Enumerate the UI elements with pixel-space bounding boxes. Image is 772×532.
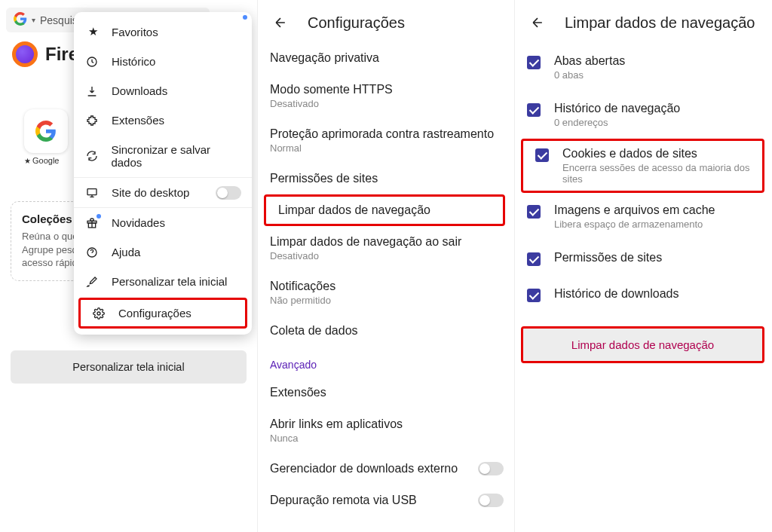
row-sub: 0 abas <box>554 69 625 81</box>
menu-item-extensions[interactable]: Extensões <box>74 105 252 135</box>
settings-item-data-collection[interactable]: Coleta de dados <box>258 315 514 347</box>
desktop-site-toggle[interactable] <box>216 186 241 200</box>
checkbox-downloads[interactable] <box>527 289 541 302</box>
row-label: Permissões de sites <box>554 251 662 264</box>
menu-label: Downloads <box>112 84 167 97</box>
back-button[interactable] <box>527 14 548 32</box>
main-menu-popup: ★ Favoritos Histórico Downloads Extensõe… <box>74 12 252 335</box>
settings-item-https[interactable]: Modo somente HTTPS Desativado <box>258 74 514 118</box>
external-dl-toggle[interactable] <box>478 462 504 475</box>
clear-data-header: Limpar dados de navegação <box>515 0 772 39</box>
settings-item-open-links[interactable]: Abrir links em aplicativos Nunca <box>258 408 514 453</box>
settings-item-private[interactable]: Navegação privativa <box>258 42 514 74</box>
menu-item-favorites[interactable]: ★ Favoritos <box>74 17 252 47</box>
topsite-tile-google[interactable] <box>24 109 68 153</box>
settings-item-clear-data[interactable]: Limpar dados de navegação <box>266 197 503 224</box>
help-icon <box>86 246 100 258</box>
menu-item-whatsnew[interactable]: Novidades <box>74 208 252 237</box>
menu-item-settings[interactable]: Configurações <box>81 300 245 326</box>
settings-label: Limpar dados de navegação ao sair <box>270 235 461 248</box>
checkbox-cookies[interactable] <box>535 148 549 162</box>
checkbox-history[interactable] <box>527 103 541 117</box>
settings-label: Proteção aprimorada contra rastreamento <box>270 127 494 140</box>
puzzle-icon <box>86 115 100 127</box>
row-sub: Encerra sessões de acesso da maioria dos… <box>562 162 750 185</box>
panel-clear-data: Limpar dados de navegação Abas abertas 0… <box>514 0 772 532</box>
menu-item-downloads[interactable]: Downloads <box>74 76 252 105</box>
menu-item-customize-home[interactable]: Personalizar tela inicial <box>74 267 252 296</box>
settings-item-tracking[interactable]: Proteção aprimorada contra rastreamento … <box>258 118 514 163</box>
pin-icon: ★ <box>24 157 31 165</box>
menu-label: Histórico <box>112 55 155 68</box>
panel-firefox-home: ▾ Pesquis Firefo ★Google Coleções Reúna … <box>0 0 257 532</box>
menu-label: Personalizar tela inicial <box>112 275 227 288</box>
menu-label: Site do desktop <box>112 186 189 199</box>
settings-label: Abrir links em aplicativos <box>270 417 403 430</box>
settings-title: Configurações <box>308 14 405 32</box>
desktop-icon <box>86 187 100 199</box>
sync-icon <box>86 150 99 162</box>
row-sub: 0 endereços <box>554 117 680 128</box>
settings-item-permissions[interactable]: Permissões de sites <box>258 163 514 194</box>
chevron-down-icon: ▾ <box>32 16 35 24</box>
clear-row-downloads[interactable]: Histórico de downloads <box>515 277 772 313</box>
menu-label: Ajuda <box>112 246 140 258</box>
clear-row-history[interactable]: Histórico de navegação 0 endereços <box>515 91 772 139</box>
menu-label: Extensões <box>112 114 164 127</box>
menu-item-help[interactable]: Ajuda <box>74 237 252 267</box>
settings-label: Depuração remota via USB <box>270 494 417 506</box>
settings-item-notifications[interactable]: Notificações Não permitido <box>258 271 514 315</box>
settings-sub: Não permitido <box>270 295 502 306</box>
svg-rect-1 <box>87 188 96 194</box>
customize-home-button[interactable]: Personalizar tela inicial <box>11 350 247 384</box>
settings-item-download-manager[interactable]: Gerenciador de downloads externo <box>258 453 514 485</box>
row-label: Imagens e arquivos em cache <box>554 203 715 216</box>
row-label: Cookies e dados de sites <box>562 147 697 160</box>
menu-label: Favoritos <box>112 26 158 38</box>
settings-header: Configurações <box>258 0 514 39</box>
settings-sub: Nunca <box>270 433 502 444</box>
menu-item-desktop-site[interactable]: Site do desktop <box>74 178 252 207</box>
gear-icon <box>93 307 106 320</box>
clear-row-permissions[interactable]: Permissões de sites <box>515 240 772 277</box>
checkbox-permissions[interactable] <box>527 252 541 266</box>
firefox-logo-icon <box>12 41 38 67</box>
menu-label: Configurações <box>118 307 191 320</box>
panel-settings: Configurações Navegação privativa Modo s… <box>257 0 514 532</box>
settings-item-usb-debug[interactable]: Depuração remota via USB <box>258 485 514 516</box>
download-icon <box>86 85 100 97</box>
brush-icon <box>86 276 100 288</box>
star-icon: ★ <box>86 25 100 38</box>
settings-item-clear-on-exit[interactable]: Limpar dados de navegação ao sair Desati… <box>258 226 514 271</box>
settings-sub: Desativado <box>270 250 502 261</box>
notification-dot-icon <box>96 214 101 219</box>
checkbox-tabs[interactable] <box>527 56 541 69</box>
google-g-icon <box>14 12 27 28</box>
settings-sub: Normal <box>270 142 502 154</box>
settings-label: Gerenciador de downloads externo <box>270 462 458 475</box>
clock-icon <box>86 56 100 68</box>
row-label: Histórico de downloads <box>554 287 679 300</box>
settings-item-extensions[interactable]: Extensões <box>258 377 514 408</box>
menu-label: Sincronizar e salvar dados <box>111 143 240 169</box>
settings-sub: Desativado <box>270 98 502 109</box>
menu-label: Novidades <box>112 216 165 229</box>
menu-item-history[interactable]: Histórico <box>74 47 252 76</box>
row-sub: Libera espaço de armazenamento <box>554 219 715 230</box>
checkbox-cache[interactable] <box>527 205 541 219</box>
settings-label: Modo somente HTTPS <box>270 83 393 96</box>
settings-section-advanced: Avançado <box>258 347 514 377</box>
clear-row-tabs[interactable]: Abas abertas 0 abas <box>515 44 772 91</box>
clear-row-cache[interactable]: Imagens e arquivos em cache Libera espaç… <box>515 193 772 240</box>
clear-row-cookies[interactable]: Cookies e dados de sites Encerra sessões… <box>523 141 762 191</box>
search-placeholder: Pesquis <box>40 14 78 26</box>
clear-data-button[interactable]: Limpar dados de navegação <box>523 329 762 361</box>
svg-point-5 <box>97 312 100 315</box>
clear-data-title: Limpar dados de navegação <box>565 14 755 32</box>
settings-label: Notificações <box>270 280 335 292</box>
back-button[interactable] <box>270 14 291 32</box>
usb-debug-toggle[interactable] <box>478 494 504 507</box>
menu-item-sync[interactable]: Sincronizar e salvar dados <box>74 135 252 177</box>
row-label: Histórico de navegação <box>554 102 680 115</box>
row-label: Abas abertas <box>554 54 625 67</box>
